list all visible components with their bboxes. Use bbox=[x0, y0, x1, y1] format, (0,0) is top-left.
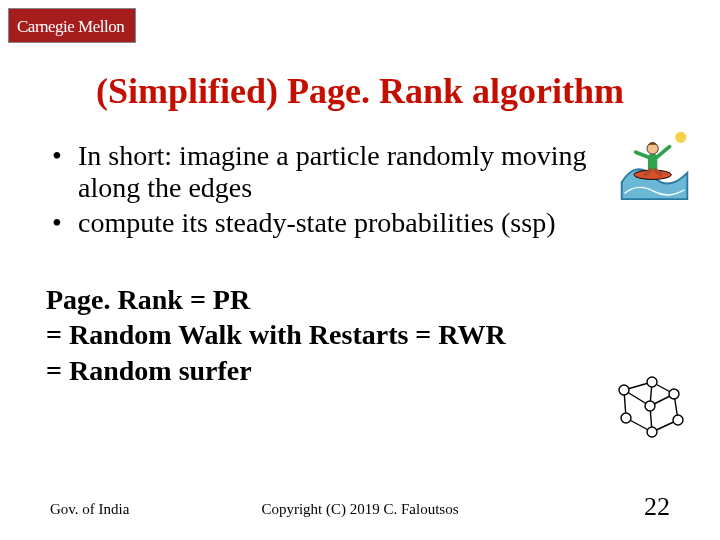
bullet-list: In short: imagine a particle randomly mo… bbox=[50, 140, 620, 240]
svg-point-20 bbox=[645, 401, 655, 411]
equations-block: Page. Rank = PR = Random Walk with Resta… bbox=[46, 282, 606, 389]
logo-text: Carnegie Mellon bbox=[17, 17, 124, 36]
svg-point-0 bbox=[675, 132, 686, 143]
svg-point-14 bbox=[619, 385, 629, 395]
graph-illustration bbox=[612, 372, 692, 442]
equation-line: = Random Walk with Restarts = RWR bbox=[46, 317, 606, 353]
slide-title: (Simplified) Page. Rank algorithm bbox=[0, 70, 720, 112]
svg-point-18 bbox=[647, 427, 657, 437]
bullet-text: compute its steady-state probabilities (… bbox=[78, 207, 555, 238]
equation-line: = Random surfer bbox=[46, 353, 606, 389]
bullet-text: In short: imagine a particle randomly mo… bbox=[78, 140, 587, 203]
footer-center: Copyright (C) 2019 C. Faloutsos bbox=[0, 501, 720, 518]
svg-point-19 bbox=[621, 413, 631, 423]
university-logo: Carnegie Mellon bbox=[8, 8, 136, 43]
bullet-item: In short: imagine a particle randomly mo… bbox=[50, 140, 620, 204]
svg-point-17 bbox=[673, 415, 683, 425]
bullet-item: compute its steady-state probabilities (… bbox=[50, 207, 620, 239]
equation-line: Page. Rank = PR bbox=[46, 282, 606, 318]
svg-point-16 bbox=[669, 389, 679, 399]
svg-point-1 bbox=[634, 170, 672, 179]
page-number: 22 bbox=[644, 492, 670, 522]
svg-point-15 bbox=[647, 377, 657, 387]
surfer-illustration bbox=[617, 126, 692, 201]
